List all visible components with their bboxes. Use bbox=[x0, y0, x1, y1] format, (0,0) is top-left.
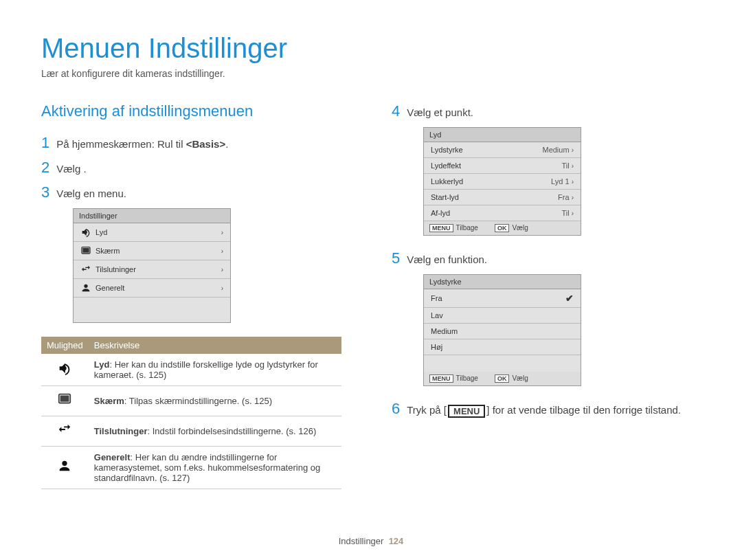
step-3: 3 Vælg en menu. bbox=[41, 183, 350, 201]
menu-item-lyd[interactable]: Lyd › bbox=[74, 223, 230, 242]
step-2: 2 Vælg . bbox=[41, 159, 350, 177]
vol-option-medium[interactable]: Medium bbox=[424, 324, 581, 339]
volume-menu-mock: Lydstyrke Fra ✔ Lav Medium Høj MENUTilba… bbox=[423, 274, 581, 386]
lyd-row-aflyd[interactable]: Af-lyd Til › bbox=[424, 205, 581, 221]
arrows-icon bbox=[80, 264, 91, 275]
menu-item-generelt[interactable]: Generelt › bbox=[74, 279, 230, 298]
menu-footer: MENUTilbage OKVælg bbox=[424, 372, 581, 385]
person-icon bbox=[57, 458, 72, 473]
chevron-right-icon: › bbox=[221, 266, 223, 273]
vol-option-hoj[interactable]: Høj bbox=[424, 339, 581, 355]
chevron-right-icon: › bbox=[572, 178, 574, 186]
step-text: Vælg en menu. bbox=[56, 188, 126, 199]
menu-footer: MENUTilbage OKVælg bbox=[424, 221, 581, 235]
chevron-right-icon: › bbox=[572, 194, 574, 201]
vol-option-lav[interactable]: Lav bbox=[424, 308, 581, 324]
table-row: Skærm: Tilpas skærmindstillingerne. (s. … bbox=[41, 386, 341, 416]
chevron-right-icon: › bbox=[572, 210, 574, 217]
check-icon: ✔ bbox=[565, 293, 574, 304]
vol-option-fra[interactable]: Fra ✔ bbox=[424, 289, 581, 308]
options-table: Mulighed Beskrivelse Lyd: Her kan du ind… bbox=[41, 337, 341, 489]
page-title: Menuen Indstillinger bbox=[41, 33, 701, 64]
table-header-mulighed: Mulighed bbox=[41, 337, 89, 354]
table-header-beskrivelse: Beskrivelse bbox=[89, 337, 341, 354]
table-row: Generelt: Her kan du ændre indstillinger… bbox=[41, 447, 341, 489]
step-5: 5 Vælg en funktion. bbox=[392, 249, 701, 267]
menu-button-label: MENU bbox=[448, 405, 485, 418]
menu-header: Indstillinger bbox=[74, 209, 230, 223]
step-text: Tryk på [MENU] for at vende tilbage til … bbox=[407, 404, 681, 418]
chevron-right-icon: › bbox=[221, 284, 223, 292]
menu-header: Lydstyrke bbox=[424, 275, 581, 289]
step-num: 2 bbox=[41, 159, 49, 177]
menu-key-icon: MENU bbox=[429, 374, 453, 383]
step-1: 1 På hjemmeskærmen: Rul til <Basis>. bbox=[41, 134, 350, 152]
page-subtitle: Lær at konfigurere dit kameras indstilli… bbox=[41, 68, 701, 79]
step-num: 3 bbox=[41, 183, 49, 201]
table-row: Tilslutninger: Indstil forbindelsesindst… bbox=[41, 416, 341, 447]
chevron-right-icon: › bbox=[572, 162, 574, 170]
menu-item-skaerm[interactable]: Skærm › bbox=[74, 242, 230, 260]
screen-icon bbox=[80, 245, 91, 256]
step-num: 6 bbox=[392, 400, 400, 418]
lyd-row-lydstyrke[interactable]: Lydstyrke Medium › bbox=[424, 142, 581, 158]
step-4: 4 Vælg et punkt. bbox=[392, 102, 701, 120]
step-num: 1 bbox=[41, 134, 49, 152]
speaker-icon bbox=[80, 227, 91, 238]
lyd-row-startlyd[interactable]: Start-lyd Fra › bbox=[424, 190, 581, 205]
arrows-icon bbox=[57, 422, 72, 437]
section-title: Aktivering af indstillingsmenuen bbox=[41, 102, 350, 120]
right-column: 4 Vælg et punkt. Lyd Lydstyrke Medium › … bbox=[392, 102, 701, 489]
lyd-row-lydeffekt[interactable]: Lydeffekt Til › bbox=[424, 158, 581, 174]
step-text: Vælg et punkt. bbox=[407, 107, 473, 118]
chevron-right-icon: › bbox=[572, 146, 574, 154]
left-column: Aktivering af indstillingsmenuen 1 På hj… bbox=[41, 102, 350, 489]
menu-header: Lyd bbox=[424, 128, 581, 142]
step-6: 6 Tryk på [MENU] for at vende tilbage ti… bbox=[392, 400, 701, 418]
lyd-menu-mock: Lyd Lydstyrke Medium › Lydeffekt Til › L… bbox=[423, 127, 581, 236]
lyd-row-lukkerlyd[interactable]: Lukkerlyd Lyd 1 › bbox=[424, 174, 581, 190]
step-text: Vælg en funktion. bbox=[407, 254, 487, 265]
speaker-icon bbox=[57, 361, 72, 376]
settings-menu-mock: Indstillinger Lyd › Skærm › Tilslutninge… bbox=[73, 208, 231, 323]
chevron-right-icon: › bbox=[221, 247, 223, 255]
step-text: På hjemmeskærmen: Rul til <Basis>. bbox=[56, 138, 228, 150]
menu-key-icon: MENU bbox=[429, 224, 453, 232]
page-footer: Indstillinger 124 bbox=[0, 536, 742, 546]
person-icon bbox=[80, 282, 91, 293]
menu-item-tilslutninger[interactable]: Tilslutninger › bbox=[74, 260, 230, 279]
ok-key-icon: OK bbox=[495, 374, 510, 383]
step-num: 4 bbox=[392, 102, 400, 120]
ok-key-icon: OK bbox=[495, 224, 510, 232]
chevron-right-icon: › bbox=[221, 229, 223, 236]
step-text: Vælg . bbox=[56, 163, 86, 175]
table-row: Lyd: Her kan du indstille forskellige ly… bbox=[41, 354, 341, 386]
screen-icon bbox=[57, 392, 72, 407]
step-num: 5 bbox=[392, 249, 400, 267]
